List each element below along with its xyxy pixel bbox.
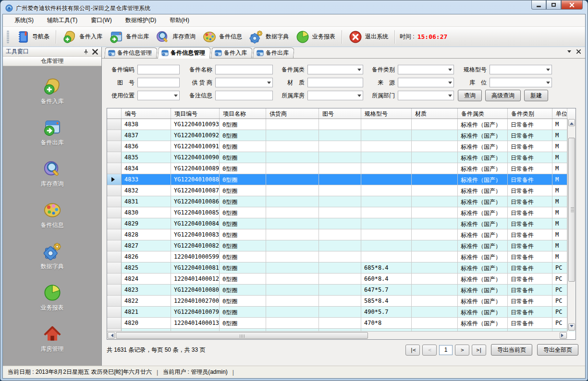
vertical-scroll-thumb[interactable]	[568, 138, 575, 282]
new-button[interactable]: 新建	[524, 90, 548, 101]
column-header-1[interactable]: 编号	[122, 108, 171, 119]
sidebar-item-warehouse[interactable]: 库房管理	[41, 324, 64, 353]
column-header-7[interactable]: 材质	[412, 108, 458, 119]
search-select[interactable]	[307, 65, 363, 74]
tab-备件信息管理[interactable]: 备件信息管理	[104, 48, 158, 58]
column-header-6[interactable]: 规格型号	[361, 108, 412, 119]
horizontal-scrollbar[interactable]	[107, 331, 567, 339]
row-selector[interactable]	[107, 285, 122, 296]
table-row[interactable]: 4828YG122040100830型圈标准件（国产）日常备件M	[107, 229, 576, 240]
row-selector[interactable]	[107, 251, 122, 262]
search-select[interactable]	[490, 78, 552, 87]
table-row[interactable]: 482212204010027000型圈585*8.4标准件（国产）日常备件PC	[107, 296, 576, 307]
search-select[interactable]	[398, 65, 454, 74]
sidebar-item-parts-out[interactable]: 备件出库	[41, 118, 64, 147]
table-row[interactable]: 4823YG122040100800型圈647*5.7标准件（国产）日常备件PC	[107, 285, 576, 296]
menu-item[interactable]: 窗口(W)	[86, 15, 116, 26]
search-input[interactable]	[137, 65, 180, 74]
maximize-button[interactable]	[546, 0, 561, 10]
close-button[interactable]	[561, 0, 583, 10]
export-all-pages-button[interactable]: 导出全部页	[537, 344, 578, 356]
row-selector[interactable]	[107, 262, 122, 274]
menu-item[interactable]: 系统(S)	[10, 15, 38, 26]
table-row[interactable]: 482012204014000130型圈470*8标准件（国产）日常备件PC	[107, 318, 576, 329]
next-page-button[interactable]: >	[455, 345, 469, 356]
row-selector[interactable]	[107, 119, 122, 130]
pin-icon[interactable]	[83, 49, 89, 55]
row-selector[interactable]	[107, 130, 122, 141]
sidebar-close-icon[interactable]	[92, 48, 98, 55]
row-selector[interactable]	[107, 196, 122, 207]
table-row[interactable]: 4832YG122040100870型圈标准件（国产）日常备件M	[107, 185, 576, 196]
menu-item[interactable]: 帮助(H)	[165, 15, 194, 26]
search-select[interactable]	[398, 91, 454, 100]
tab-list-dropdown-icon[interactable]	[567, 50, 571, 55]
menu-item[interactable]: 辅助工具(T)	[42, 15, 82, 26]
prev-page-button[interactable]: <	[422, 345, 437, 356]
tab-备件出库[interactable]: 备件出库	[253, 48, 294, 58]
column-header-5[interactable]: 图号	[319, 108, 361, 119]
scroll-up-button[interactable]	[568, 119, 575, 126]
first-page-button[interactable]: |<	[405, 345, 420, 356]
query-button[interactable]: 查询	[458, 90, 482, 101]
column-header-10[interactable]: 单位	[552, 108, 567, 119]
toolbar-grip[interactable]	[7, 31, 9, 43]
search-select[interactable]	[307, 91, 363, 100]
row-selector[interactable]	[107, 174, 122, 185]
toolbar-button-navbar[interactable]: 导航条	[12, 28, 53, 46]
table-row[interactable]: 4831YG122040100860型圈标准件（国产）日常备件M	[107, 196, 576, 207]
advanced-query-button[interactable]: 高级查询	[485, 90, 521, 101]
row-selector[interactable]	[107, 229, 122, 240]
row-selector[interactable]	[107, 296, 122, 307]
table-row[interactable]: 482612204010005990型圈标准件（国产）日常备件M	[107, 251, 576, 262]
toolbar-button-data-dict[interactable]: 数据字典	[245, 28, 292, 46]
tab-close-icon[interactable]	[576, 49, 581, 54]
last-page-button[interactable]: >|	[472, 345, 486, 356]
tab-备件入库[interactable]: 备件入库	[211, 48, 253, 58]
vertical-scrollbar[interactable]	[567, 119, 576, 331]
sidebar-item-report[interactable]: 业务报表	[41, 283, 64, 312]
toolbar-button-exit[interactable]: 退出系统	[345, 28, 392, 46]
toolbar-button-stock-query[interactable]: 库存查询	[152, 28, 199, 46]
row-selector[interactable]	[107, 163, 122, 174]
scroll-right-button[interactable]	[560, 332, 567, 339]
column-header-3[interactable]: 项目名称	[220, 108, 266, 119]
row-selector[interactable]	[107, 307, 122, 318]
table-row[interactable]: 4829YG122040100840型圈标准件（国产）日常备件M	[107, 218, 576, 229]
toolbar-button-parts-in[interactable]: 备件入库	[59, 28, 106, 46]
table-row[interactable]: 4827YG122040100820型圈标准件（国产）日常备件M	[107, 240, 576, 251]
row-selector[interactable]	[107, 152, 122, 163]
search-select[interactable]	[490, 65, 552, 74]
menu-item[interactable]: 数据维护(D)	[121, 15, 161, 26]
row-selector[interactable]	[107, 240, 122, 251]
export-current-page-button[interactable]: 导出当前页	[491, 344, 532, 356]
table-row[interactable]: 482412204014000120型圈660*8.4标准件（国产）日常备件PC	[107, 274, 576, 285]
table-row[interactable]: 4833YG122040100880型圈标准件（国产）日常备件M	[107, 174, 576, 185]
sidebar-group-header[interactable]: 仓库管理	[3, 57, 101, 66]
row-selector[interactable]	[107, 185, 122, 196]
row-selector[interactable]	[107, 318, 122, 329]
minimize-button[interactable]	[531, 0, 546, 10]
row-selector[interactable]	[107, 207, 122, 218]
sidebar-item-parts-info[interactable]: 备件信息	[41, 201, 64, 229]
column-header-2[interactable]: 项目编号	[171, 108, 220, 119]
table-row[interactable]: 4835YG122040100900型圈标准件（国产）日常备件M	[107, 152, 576, 163]
sidebar-item-data-dict[interactable]: 数据字典	[41, 242, 64, 271]
scroll-left-button[interactable]	[108, 332, 115, 339]
table-row[interactable]: 4834YG122040100890型圈标准件（国产）日常备件M	[107, 163, 576, 174]
sidebar-item-stock-query[interactable]: 库存查询	[41, 159, 64, 188]
row-selector[interactable]	[107, 218, 122, 229]
table-row[interactable]: 4821YG122040100790型圈490*5.7标准件（国产）日常备件PC	[107, 307, 576, 318]
column-header-8[interactable]: 备件属类	[458, 108, 508, 119]
search-input[interactable]	[215, 91, 273, 100]
table-row[interactable]: 4825YG122040100810型圈685*8.4标准件（国产）日常备件PC	[107, 262, 576, 274]
row-selector[interactable]	[107, 274, 122, 285]
search-select[interactable]	[215, 78, 273, 87]
table-row[interactable]: 4838YG122040100930型圈标准件（国产）日常备件M	[107, 119, 576, 130]
table-row[interactable]: 4837YG122040100920型圈标准件（国产）日常备件M	[107, 130, 576, 141]
toolbar-button-report[interactable]: 业务报表	[292, 28, 339, 46]
scroll-down-button[interactable]	[568, 323, 575, 331]
column-header-4[interactable]: 供货商	[266, 108, 319, 119]
toolbar-button-parts-info[interactable]: 备件信息	[199, 28, 245, 46]
table-row[interactable]: 4836YG122040100910型圈标准件（国产）日常备件M	[107, 141, 576, 152]
